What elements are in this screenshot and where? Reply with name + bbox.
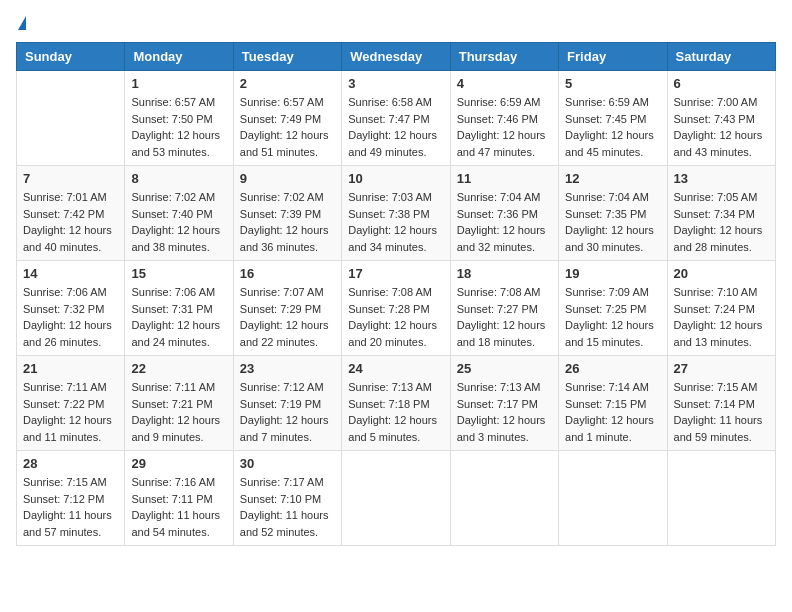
day-info: Sunrise: 7:08 AM Sunset: 7:27 PM Dayligh…	[457, 284, 552, 350]
calendar-day-cell: 14Sunrise: 7:06 AM Sunset: 7:32 PM Dayli…	[17, 261, 125, 356]
day-info: Sunrise: 7:01 AM Sunset: 7:42 PM Dayligh…	[23, 189, 118, 255]
day-info: Sunrise: 6:57 AM Sunset: 7:50 PM Dayligh…	[131, 94, 226, 160]
calendar-day-cell	[667, 451, 775, 546]
day-number: 5	[565, 76, 660, 91]
day-number: 9	[240, 171, 335, 186]
calendar-day-cell: 13Sunrise: 7:05 AM Sunset: 7:34 PM Dayli…	[667, 166, 775, 261]
day-number: 10	[348, 171, 443, 186]
calendar-day-cell: 10Sunrise: 7:03 AM Sunset: 7:38 PM Dayli…	[342, 166, 450, 261]
calendar-day-cell: 19Sunrise: 7:09 AM Sunset: 7:25 PM Dayli…	[559, 261, 667, 356]
page-header	[16, 16, 776, 30]
calendar-day-cell: 7Sunrise: 7:01 AM Sunset: 7:42 PM Daylig…	[17, 166, 125, 261]
day-info: Sunrise: 7:15 AM Sunset: 7:12 PM Dayligh…	[23, 474, 118, 540]
calendar-week-row: 28Sunrise: 7:15 AM Sunset: 7:12 PM Dayli…	[17, 451, 776, 546]
calendar-day-cell: 6Sunrise: 7:00 AM Sunset: 7:43 PM Daylig…	[667, 71, 775, 166]
day-number: 23	[240, 361, 335, 376]
day-number: 15	[131, 266, 226, 281]
calendar-day-cell	[559, 451, 667, 546]
day-info: Sunrise: 6:59 AM Sunset: 7:45 PM Dayligh…	[565, 94, 660, 160]
calendar-day-cell	[342, 451, 450, 546]
calendar-day-cell: 28Sunrise: 7:15 AM Sunset: 7:12 PM Dayli…	[17, 451, 125, 546]
day-info: Sunrise: 7:11 AM Sunset: 7:21 PM Dayligh…	[131, 379, 226, 445]
day-number: 27	[674, 361, 769, 376]
day-number: 11	[457, 171, 552, 186]
calendar-day-cell: 17Sunrise: 7:08 AM Sunset: 7:28 PM Dayli…	[342, 261, 450, 356]
calendar-day-cell: 16Sunrise: 7:07 AM Sunset: 7:29 PM Dayli…	[233, 261, 341, 356]
day-number: 19	[565, 266, 660, 281]
calendar-week-row: 21Sunrise: 7:11 AM Sunset: 7:22 PM Dayli…	[17, 356, 776, 451]
day-number: 14	[23, 266, 118, 281]
day-of-week-header: Tuesday	[233, 43, 341, 71]
day-info: Sunrise: 7:14 AM Sunset: 7:15 PM Dayligh…	[565, 379, 660, 445]
day-info: Sunrise: 7:11 AM Sunset: 7:22 PM Dayligh…	[23, 379, 118, 445]
day-info: Sunrise: 7:08 AM Sunset: 7:28 PM Dayligh…	[348, 284, 443, 350]
day-number: 21	[23, 361, 118, 376]
logo	[16, 16, 26, 30]
day-info: Sunrise: 6:58 AM Sunset: 7:47 PM Dayligh…	[348, 94, 443, 160]
day-info: Sunrise: 7:09 AM Sunset: 7:25 PM Dayligh…	[565, 284, 660, 350]
day-number: 8	[131, 171, 226, 186]
day-number: 7	[23, 171, 118, 186]
calendar-day-cell: 23Sunrise: 7:12 AM Sunset: 7:19 PM Dayli…	[233, 356, 341, 451]
logo-triangle-icon	[18, 16, 26, 30]
day-info: Sunrise: 7:15 AM Sunset: 7:14 PM Dayligh…	[674, 379, 769, 445]
calendar-day-cell: 4Sunrise: 6:59 AM Sunset: 7:46 PM Daylig…	[450, 71, 558, 166]
day-number: 18	[457, 266, 552, 281]
day-of-week-header: Friday	[559, 43, 667, 71]
day-info: Sunrise: 7:02 AM Sunset: 7:40 PM Dayligh…	[131, 189, 226, 255]
day-info: Sunrise: 7:05 AM Sunset: 7:34 PM Dayligh…	[674, 189, 769, 255]
calendar-header-row: SundayMondayTuesdayWednesdayThursdayFrid…	[17, 43, 776, 71]
calendar-day-cell: 1Sunrise: 6:57 AM Sunset: 7:50 PM Daylig…	[125, 71, 233, 166]
calendar-day-cell: 26Sunrise: 7:14 AM Sunset: 7:15 PM Dayli…	[559, 356, 667, 451]
day-info: Sunrise: 7:10 AM Sunset: 7:24 PM Dayligh…	[674, 284, 769, 350]
calendar-day-cell: 8Sunrise: 7:02 AM Sunset: 7:40 PM Daylig…	[125, 166, 233, 261]
calendar-day-cell: 24Sunrise: 7:13 AM Sunset: 7:18 PM Dayli…	[342, 356, 450, 451]
day-info: Sunrise: 7:13 AM Sunset: 7:17 PM Dayligh…	[457, 379, 552, 445]
calendar-table: SundayMondayTuesdayWednesdayThursdayFrid…	[16, 42, 776, 546]
day-of-week-header: Wednesday	[342, 43, 450, 71]
calendar-day-cell	[17, 71, 125, 166]
calendar-day-cell: 5Sunrise: 6:59 AM Sunset: 7:45 PM Daylig…	[559, 71, 667, 166]
day-info: Sunrise: 6:59 AM Sunset: 7:46 PM Dayligh…	[457, 94, 552, 160]
day-info: Sunrise: 7:07 AM Sunset: 7:29 PM Dayligh…	[240, 284, 335, 350]
calendar-day-cell: 20Sunrise: 7:10 AM Sunset: 7:24 PM Dayli…	[667, 261, 775, 356]
day-number: 17	[348, 266, 443, 281]
day-info: Sunrise: 7:00 AM Sunset: 7:43 PM Dayligh…	[674, 94, 769, 160]
day-number: 4	[457, 76, 552, 91]
calendar-day-cell	[450, 451, 558, 546]
day-number: 24	[348, 361, 443, 376]
day-number: 30	[240, 456, 335, 471]
day-number: 3	[348, 76, 443, 91]
calendar-day-cell: 29Sunrise: 7:16 AM Sunset: 7:11 PM Dayli…	[125, 451, 233, 546]
calendar-day-cell: 30Sunrise: 7:17 AM Sunset: 7:10 PM Dayli…	[233, 451, 341, 546]
calendar-day-cell: 18Sunrise: 7:08 AM Sunset: 7:27 PM Dayli…	[450, 261, 558, 356]
day-info: Sunrise: 6:57 AM Sunset: 7:49 PM Dayligh…	[240, 94, 335, 160]
calendar-day-cell: 2Sunrise: 6:57 AM Sunset: 7:49 PM Daylig…	[233, 71, 341, 166]
day-info: Sunrise: 7:06 AM Sunset: 7:31 PM Dayligh…	[131, 284, 226, 350]
calendar-week-row: 7Sunrise: 7:01 AM Sunset: 7:42 PM Daylig…	[17, 166, 776, 261]
calendar-week-row: 14Sunrise: 7:06 AM Sunset: 7:32 PM Dayli…	[17, 261, 776, 356]
day-number: 29	[131, 456, 226, 471]
day-info: Sunrise: 7:12 AM Sunset: 7:19 PM Dayligh…	[240, 379, 335, 445]
day-of-week-header: Saturday	[667, 43, 775, 71]
day-info: Sunrise: 7:06 AM Sunset: 7:32 PM Dayligh…	[23, 284, 118, 350]
calendar-day-cell: 12Sunrise: 7:04 AM Sunset: 7:35 PM Dayli…	[559, 166, 667, 261]
day-number: 1	[131, 76, 226, 91]
calendar-day-cell: 27Sunrise: 7:15 AM Sunset: 7:14 PM Dayli…	[667, 356, 775, 451]
day-info: Sunrise: 7:17 AM Sunset: 7:10 PM Dayligh…	[240, 474, 335, 540]
day-number: 25	[457, 361, 552, 376]
day-number: 16	[240, 266, 335, 281]
calendar-day-cell: 25Sunrise: 7:13 AM Sunset: 7:17 PM Dayli…	[450, 356, 558, 451]
calendar-day-cell: 22Sunrise: 7:11 AM Sunset: 7:21 PM Dayli…	[125, 356, 233, 451]
day-info: Sunrise: 7:04 AM Sunset: 7:36 PM Dayligh…	[457, 189, 552, 255]
day-number: 6	[674, 76, 769, 91]
day-of-week-header: Thursday	[450, 43, 558, 71]
day-number: 13	[674, 171, 769, 186]
day-info: Sunrise: 7:04 AM Sunset: 7:35 PM Dayligh…	[565, 189, 660, 255]
day-info: Sunrise: 7:03 AM Sunset: 7:38 PM Dayligh…	[348, 189, 443, 255]
day-number: 12	[565, 171, 660, 186]
day-info: Sunrise: 7:02 AM Sunset: 7:39 PM Dayligh…	[240, 189, 335, 255]
day-number: 22	[131, 361, 226, 376]
day-number: 28	[23, 456, 118, 471]
day-number: 2	[240, 76, 335, 91]
